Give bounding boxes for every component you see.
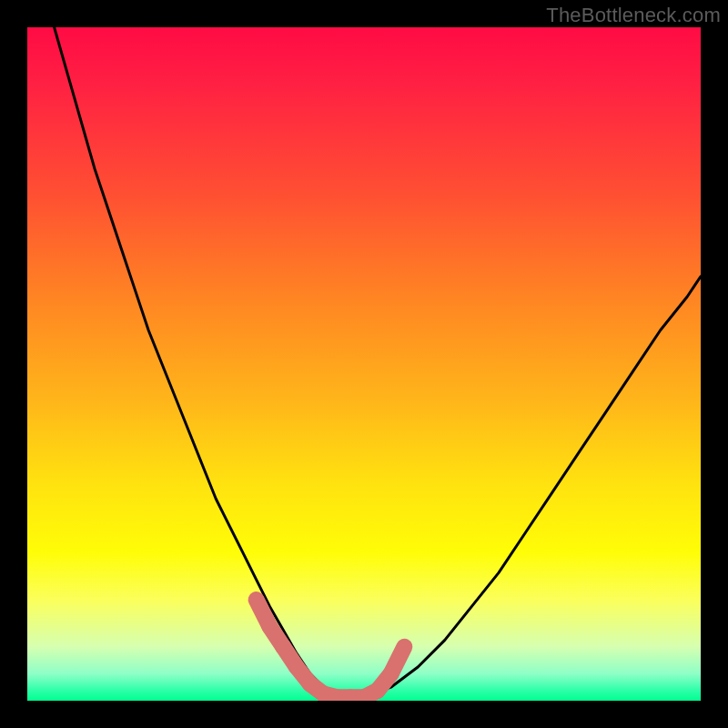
- marker-cluster: [257, 600, 405, 697]
- curve-line: [55, 27, 701, 697]
- chart-svg: [27, 27, 701, 701]
- chart-frame: TheBottleneck.com: [0, 0, 728, 728]
- watermark-text: TheBottleneck.com: [546, 4, 721, 27]
- svg-line-10: [391, 647, 405, 674]
- plot-area: [27, 27, 701, 701]
